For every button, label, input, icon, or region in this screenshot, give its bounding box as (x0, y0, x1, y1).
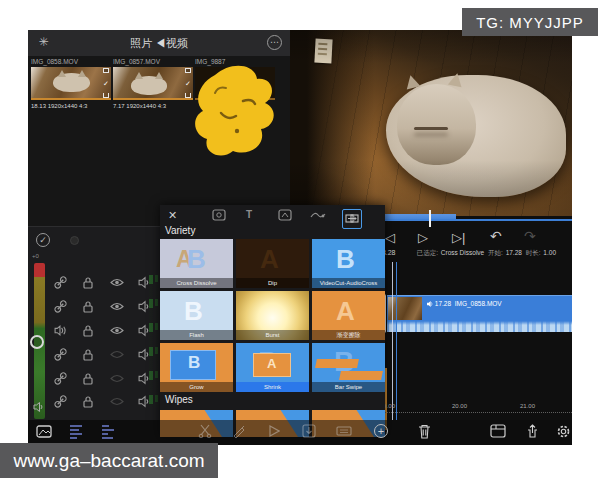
eye-icon[interactable] (110, 276, 124, 289)
undo-button[interactable]: ↶ (490, 230, 502, 243)
speaker-icon[interactable] (138, 348, 151, 361)
eye-icon-disabled[interactable] (110, 348, 124, 361)
media-library-title: 照片 ◀视频 (28, 36, 290, 51)
eye-icon-disabled[interactable] (110, 395, 124, 408)
check-icon: ✓ (103, 80, 109, 87)
close-icon[interactable]: ✕ (168, 209, 177, 222)
previous-frame-button[interactable]: ◁ (385, 231, 395, 244)
transition-dip[interactable]: A Dip (236, 239, 309, 288)
media-thumbnail[interactable]: ✓ (31, 67, 111, 100)
link-icon[interactable] (54, 300, 67, 313)
link-icon[interactable] (54, 276, 67, 289)
transition-label: Burst (236, 330, 309, 340)
lock-icon[interactable] (82, 348, 94, 361)
media-item[interactable]: IMG_0858.MOV ✓ 18.13 1920x1440 4:3 (31, 58, 111, 109)
track-row (54, 300, 154, 316)
more-options-icon[interactable]: ⋯ (267, 35, 282, 50)
clip-list-icon[interactable] (100, 424, 116, 439)
select-all-icon[interactable]: ✓ (36, 233, 50, 247)
track-row (54, 276, 154, 292)
transition-label: Dip (236, 278, 309, 288)
project-manager-icon[interactable] (490, 424, 506, 438)
next-frame-button[interactable]: ▷| (452, 231, 465, 244)
timeline-playhead-accent (396, 262, 397, 420)
eye-icon-disabled[interactable] (110, 372, 124, 385)
transition-flash[interactable]: B Flash (160, 291, 233, 340)
play-small-icon[interactable] (268, 424, 280, 438)
scrubber-track[interactable] (380, 219, 572, 221)
transitions-panel: ✕ T Variety A B Cross Dissolve A Dip B V… (160, 205, 385, 437)
keyboard-icon[interactable] (336, 424, 352, 438)
lock-icon[interactable] (82, 276, 94, 289)
audio-waveform (387, 321, 572, 332)
frame-fx-tab-icon[interactable] (212, 209, 226, 221)
lock-icon[interactable] (82, 324, 94, 337)
scrubber-playhead[interactable] (429, 210, 431, 227)
speaker-icon[interactable] (138, 395, 151, 408)
speaker-icon[interactable] (138, 324, 151, 337)
play-button[interactable]: ▷ (418, 231, 428, 244)
share-icon[interactable] (526, 424, 539, 439)
cat-thumbnail-image (131, 76, 168, 95)
scissors-icon[interactable] (198, 424, 212, 438)
media-meta: 18.13 1920x1440 4:3 (31, 103, 111, 109)
timeline-clip[interactable]: 17.28 IMG_0858.MOV (387, 295, 572, 332)
volume-knob[interactable] (30, 335, 44, 349)
lock-icon[interactable] (82, 395, 94, 408)
speaker-icon[interactable] (138, 300, 151, 313)
watermark-top-right: TG: MYYJJPP (462, 8, 598, 36)
link-icon[interactable] (54, 348, 67, 361)
audio-fx-tab-icon[interactable] (310, 209, 326, 221)
transition-bar-swipe[interactable]: B Bar Swipe (312, 343, 385, 392)
cat-thumbnail-image (53, 73, 90, 92)
timeline-playhead[interactable] (392, 262, 393, 420)
master-speaker-icon[interactable] (33, 401, 45, 413)
audio-out-icon[interactable] (54, 324, 67, 337)
eye-icon[interactable] (110, 324, 124, 337)
start-value: 17.28 (506, 249, 522, 256)
media-filename: IMG_0857.MOV (113, 58, 193, 67)
media-filename: IMG_0858.MOV (31, 58, 111, 67)
timeline-ruler[interactable] (364, 412, 572, 413)
speed-fx-tab-icon[interactable] (278, 209, 292, 221)
transition-cross-dissolve[interactable]: A B Cross Dissolve (160, 239, 233, 288)
media-library-icon[interactable] (36, 424, 52, 439)
lock-icon[interactable] (82, 300, 94, 313)
speaker-icon[interactable] (138, 276, 151, 289)
video-editor-app: ✳ 照片 ◀视频 ⋯ IMG_0858.MOV ✓ 18.13 1920x144… (28, 30, 572, 445)
media-item[interactable]: IMG_0857.MOV ✓ 7.17 1920x1440 4:3 (113, 58, 193, 109)
lock-icon[interactable] (82, 372, 94, 385)
transition-burst[interactable]: Burst (236, 291, 309, 340)
track-row (54, 395, 154, 411)
speaker-icon[interactable] (138, 372, 151, 385)
link-icon[interactable] (54, 395, 67, 408)
track-row (54, 372, 154, 388)
redo-button[interactable]: ↷ (524, 230, 536, 243)
ruler-tick-label: 21.00 (520, 403, 535, 409)
transition-gradient-wipe[interactable]: A 渐变擦除 (312, 291, 385, 340)
import-icon[interactable] (302, 424, 316, 438)
watermark-bottom-left: www.ga–baccarat.com (0, 443, 218, 478)
download-icon[interactable] (103, 93, 109, 98)
add-clip-icon[interactable]: + (374, 424, 388, 438)
bottom-toolbar: + (28, 420, 572, 445)
transition-grow[interactable]: B Grow (160, 343, 233, 392)
eye-icon[interactable] (110, 300, 124, 313)
transitions-tab-icon[interactable] (342, 209, 362, 229)
clip-label: 17.28 IMG_0858.MOV (427, 300, 502, 307)
selection-status: 已选定: Cross Dissolve 开始: 17.28 时长: 1.00 (417, 249, 558, 258)
track-controls-panel: ✓ +0 (28, 226, 160, 420)
transition-shrink[interactable]: B A Shrink (236, 343, 309, 392)
video-preview[interactable] (290, 30, 572, 216)
link-icon[interactable] (54, 372, 67, 385)
trash-icon[interactable] (418, 424, 431, 439)
transition-videocut-audiocross[interactable]: B VideoCut-AudioCross (312, 239, 385, 288)
track-list-icon[interactable] (68, 424, 84, 439)
titles-tab-icon[interactable]: T (246, 209, 252, 220)
screenshot-page: ✳ 照片 ◀视频 ⋯ IMG_0858.MOV ✓ 18.13 1920x144… (0, 0, 600, 480)
pencil-icon[interactable] (232, 424, 246, 438)
media-thumbnail[interactable]: ✓ (113, 67, 193, 100)
record-dot-icon[interactable] (70, 236, 79, 245)
duplicate-icon[interactable] (103, 68, 109, 73)
settings-gear-icon[interactable] (556, 424, 571, 439)
